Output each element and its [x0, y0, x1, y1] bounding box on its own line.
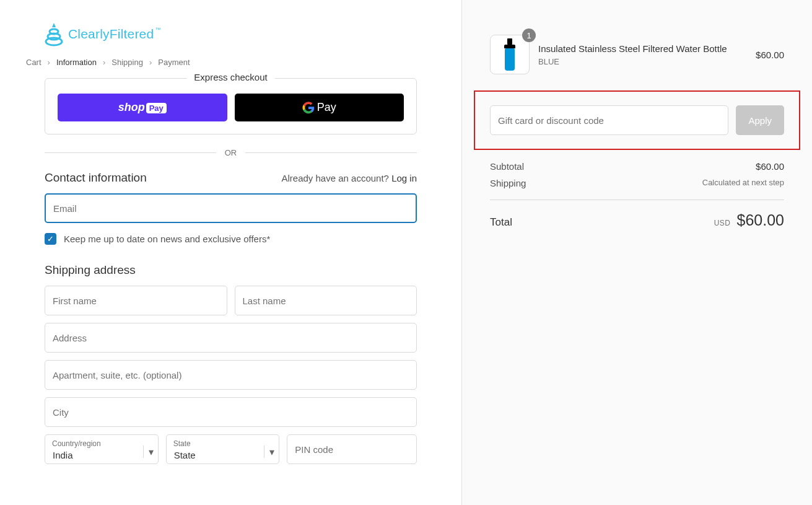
shipping-note: Calculated at next step: [702, 178, 784, 188]
express-title: Express checkout: [186, 72, 274, 82]
logo-drop-icon: [45, 22, 63, 46]
product-name: Insulated Stainless Steel Filtered Water…: [538, 43, 747, 55]
main-panel: ClearlyFiltered™ Cart › Information › Sh…: [0, 0, 461, 505]
discount-section: Apply: [474, 90, 800, 150]
total-amount: $60.00: [737, 211, 784, 229]
apartment-field[interactable]: [45, 360, 417, 390]
chevron-right-icon: ›: [149, 58, 152, 67]
login-link[interactable]: Log in: [391, 173, 417, 183]
crumb-payment: Payment: [158, 58, 190, 67]
chevron-right-icon: ›: [48, 58, 50, 67]
crumb-shipping: Shipping: [111, 58, 143, 67]
currency-code: USD: [714, 219, 731, 227]
account-prompt: Already have an account? Log in: [282, 173, 417, 183]
order-summary-panel: 1 Insulated Stainless Steel Filtered Wat…: [461, 0, 812, 505]
newsletter-label: Keep me up to date on news and exclusive…: [64, 234, 270, 244]
google-icon: [302, 102, 315, 114]
last-name-field[interactable]: [235, 286, 417, 315]
express-checkout-box: Express checkout shopPay Pay: [45, 78, 417, 134]
country-label: Country/region: [52, 439, 101, 448]
quantity-badge: 1: [522, 29, 536, 42]
state-label: State: [173, 439, 191, 448]
discount-code-input[interactable]: [490, 105, 728, 135]
address-field[interactable]: [45, 323, 417, 353]
logo-text-a: Clearly: [68, 27, 110, 41]
google-pay-button[interactable]: Pay: [235, 94, 404, 121]
apply-button[interactable]: Apply: [736, 105, 784, 135]
email-field[interactable]: [45, 193, 417, 223]
subtotal-label: Subtotal: [490, 161, 524, 172]
city-field[interactable]: [45, 397, 417, 427]
subtotal-value: $60.00: [756, 161, 784, 172]
product-price: $60.00: [756, 50, 784, 60]
chevron-down-icon: ▾: [264, 446, 274, 458]
divider: [490, 200, 784, 200]
shipping-label: Shipping: [490, 178, 526, 188]
newsletter-checkbox[interactable]: ✓: [45, 233, 56, 245]
total-label: Total: [490, 216, 512, 229]
svg-point-2: [50, 29, 58, 34]
chevron-down-icon: ▾: [143, 446, 154, 458]
or-divider: OR: [45, 148, 417, 157]
shop-pay-button[interactable]: shopPay: [58, 94, 227, 121]
cart-item: 1 Insulated Stainless Steel Filtered Wat…: [490, 35, 784, 74]
pin-code-field[interactable]: [287, 434, 417, 464]
crumb-cart[interactable]: Cart: [26, 58, 41, 67]
chevron-right-icon: ›: [103, 58, 105, 67]
crumb-information: Information: [56, 58, 97, 67]
logo-text-b: Filtered: [110, 27, 154, 41]
bottle-icon: [504, 38, 515, 71]
first-name-field[interactable]: [45, 286, 227, 315]
product-variant: BLUE: [538, 57, 747, 66]
shipping-address-title: Shipping address: [45, 263, 136, 277]
product-thumbnail: [490, 35, 530, 74]
brand-logo[interactable]: ClearlyFiltered™: [45, 22, 435, 46]
contact-info-title: Contact information: [45, 171, 147, 185]
breadcrumb: Cart › Information › Shipping › Payment: [26, 58, 435, 67]
